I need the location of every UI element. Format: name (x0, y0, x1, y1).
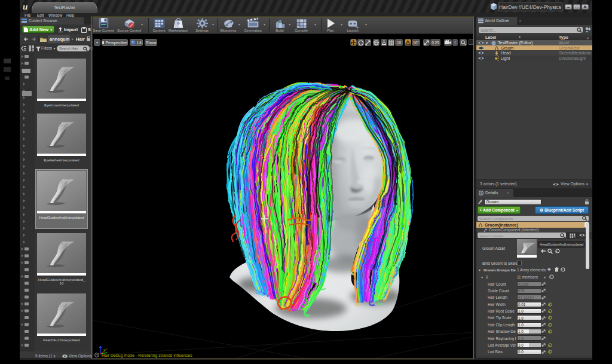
svg-text:x: x (106, 347, 108, 351)
svg-text:Hair Debug mode - Rendering: Hair Debug mode - Rendering strands infl… (102, 353, 192, 358)
svg-text:u: u (23, 2, 27, 11)
svg-text:TestRaster: TestRaster (54, 5, 75, 10)
